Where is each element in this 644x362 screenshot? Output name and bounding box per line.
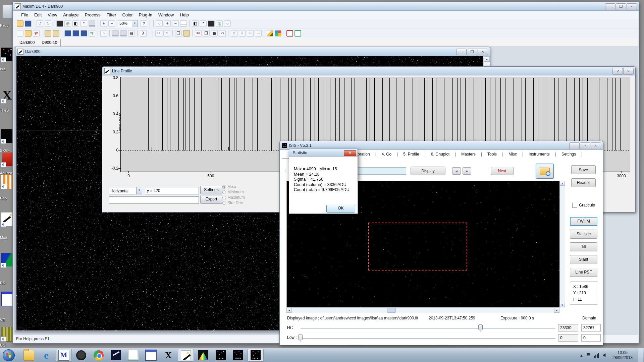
cascade-windows-icon[interactable]: ❒ <box>203 30 210 37</box>
export-button[interactable]: Export <box>200 195 222 204</box>
chevron-down-icon[interactable]: ▼ <box>132 20 138 27</box>
network-icon[interactable] <box>594 353 599 358</box>
menu-item[interactable]: Plug-in <box>136 11 155 18</box>
close-button[interactable]: × <box>623 68 634 75</box>
export-path-field[interactable] <box>109 196 199 204</box>
print-icon[interactable] <box>120 30 127 37</box>
close-button[interactable]: × <box>627 3 637 10</box>
pin-icon[interactable]: ◧ <box>72 20 79 27</box>
telescope-alt-icon[interactable]: * <box>200 20 207 27</box>
nav-right-icon[interactable]: ⇨ <box>255 30 262 37</box>
maximize-button[interactable]: ❐ <box>467 49 477 55</box>
isis-tool-button[interactable]: FWHM <box>570 217 597 226</box>
maxim-titlebar[interactable]: MaxIm DL 4 - Dark900 — ❐ × <box>13 2 639 11</box>
new-document-icon[interactable] <box>17 30 23 37</box>
isis-tab[interactable]: 5. Profile <box>403 152 431 157</box>
maximize-button[interactable]: ▫ <box>580 142 590 149</box>
show-desktop-button[interactable] <box>638 348 643 362</box>
edit-note-icon[interactable]: ▱ <box>219 30 226 37</box>
radio-option[interactable]: Mean <box>222 184 259 189</box>
nav-left-icon[interactable]: ⇦ <box>247 30 254 37</box>
hi-domain-input[interactable]: 32767 <box>581 324 601 331</box>
screen-zoom-icon[interactable]: ○ <box>224 20 231 27</box>
isis-tool-button[interactable]: Line PSF <box>570 268 597 277</box>
taskbar-item-planetarium[interactable] <box>108 349 124 362</box>
menu-item[interactable]: Analyze <box>60 11 82 18</box>
dark900-titlebar[interactable]: Dark900 — ❐ × <box>15 47 490 56</box>
minimize-button[interactable]: — <box>605 3 615 10</box>
crosshair-alt-icon[interactable]: ◎ <box>216 20 223 27</box>
taskbar-item-eyepiece-app[interactable] <box>73 349 89 362</box>
taskbar-item-explorer[interactable] <box>21 349 37 362</box>
redo-icon[interactable]: ↻ <box>45 20 51 27</box>
zoom-in-icon[interactable]: + <box>100 20 107 27</box>
duplicate-icon[interactable] <box>53 30 59 37</box>
taskbar-clock[interactable]: 10:05 28/09/2013 <box>610 350 635 360</box>
image-vertical-scrollbar[interactable]: ▲ ▼ <box>559 181 565 307</box>
zoom-level-combo[interactable]: 50% ▼ <box>118 20 138 27</box>
save-button[interactable]: Save <box>571 165 596 174</box>
volume-icon[interactable] <box>603 353 607 357</box>
pie-icon[interactable]: ◑ <box>100 30 107 37</box>
isis-tab[interactable]: Misc <box>508 152 529 157</box>
zoom-out-icon[interactable]: − <box>108 20 115 27</box>
taskbar-item-internet-explorer[interactable]: e <box>38 349 54 362</box>
close-icon[interactable]: ✕ <box>344 150 356 156</box>
line-type-combo[interactable]: Horizontal Line ▼ <box>109 187 142 194</box>
low-domain-input[interactable]: 0 <box>581 334 601 342</box>
taskbar-item-chrome[interactable] <box>91 349 107 362</box>
nav-down-icon[interactable]: ⇩ <box>239 30 246 37</box>
action-center-flag-icon[interactable] <box>587 353 591 358</box>
taskbar-item-spectrum-app[interactable] <box>195 349 211 362</box>
close-button[interactable]: × <box>478 49 488 55</box>
radio-option[interactable]: Std. Dev. <box>222 200 259 205</box>
isis-tab[interactable]: 4. Go <box>382 152 403 157</box>
batch-convert-icon[interactable]: ⇆ <box>89 30 95 37</box>
copy-icon[interactable]: ❐ <box>175 30 182 37</box>
scroll-up-icon[interactable]: ▲ <box>560 181 565 186</box>
display-button[interactable]: Display <box>411 167 445 175</box>
grid-green-icon[interactable] <box>294 30 301 37</box>
menu-item[interactable]: View <box>45 11 60 18</box>
screen-stretch-icon[interactable] <box>56 20 63 27</box>
open-icon[interactable] <box>17 20 23 27</box>
save-icon[interactable] <box>25 20 32 27</box>
save-as-icon[interactable] <box>72 30 79 37</box>
isis-tab[interactable]: bration <box>358 152 382 157</box>
isis-tool-button[interactable]: Slant <box>570 255 597 264</box>
chevron-down-icon[interactable]: ▼ <box>136 187 142 194</box>
header-button[interactable]: Header <box>571 178 596 187</box>
isis-tab[interactable]: Tools <box>487 152 508 157</box>
undo-icon[interactable]: ↺ <box>37 20 43 27</box>
settings-gear-icon[interactable] <box>275 30 281 37</box>
menu-item[interactable]: Filter <box>104 11 119 18</box>
run-icon[interactable]: λ <box>140 30 147 37</box>
selection-rectangle[interactable] <box>368 223 467 270</box>
scroll-right-icon[interactable]: ► <box>554 308 559 313</box>
low-slider-thumb[interactable] <box>298 335 303 342</box>
isis-tool-button[interactable]: Statistic <box>570 230 597 239</box>
scroll-down-icon[interactable]: ▼ <box>560 303 565 307</box>
page-setup-icon[interactable]: ▤ <box>128 30 135 37</box>
crosshair-icon[interactable]: ◎ <box>64 20 71 27</box>
isis-tool-button[interactable]: Tilt <box>570 242 597 251</box>
isis-tab[interactable]: Settings <box>561 152 588 157</box>
next-button[interactable]: Next <box>491 167 514 175</box>
nav-up-icon[interactable]: ⇧ <box>231 30 237 37</box>
save-all-icon[interactable] <box>80 30 87 37</box>
document-tab[interactable]: Dark900 <box>16 39 38 46</box>
cut-icon[interactable]: ✂ <box>195 30 202 37</box>
menu-item[interactable]: Color <box>119 11 136 18</box>
display-settings-icon[interactable] <box>89 20 95 27</box>
import-icon[interactable] <box>45 30 51 37</box>
show-hidden-icons[interactable]: ▲ <box>580 353 583 357</box>
hi-slider-track[interactable] <box>301 328 555 328</box>
minimize-button[interactable]: — <box>569 142 580 149</box>
isis-tab[interactable]: Masters <box>461 152 487 157</box>
taskbar-item-x-app[interactable]: X <box>160 349 176 362</box>
next-image-button[interactable]: ► <box>463 167 471 175</box>
previous-image-button[interactable]: ◄ <box>452 167 461 175</box>
radio-option[interactable]: Maximum <box>222 195 259 200</box>
taskbar-item-window-app[interactable] <box>143 349 159 362</box>
taskbar-item-isis-3[interactable]: ISIS <box>248 349 264 362</box>
